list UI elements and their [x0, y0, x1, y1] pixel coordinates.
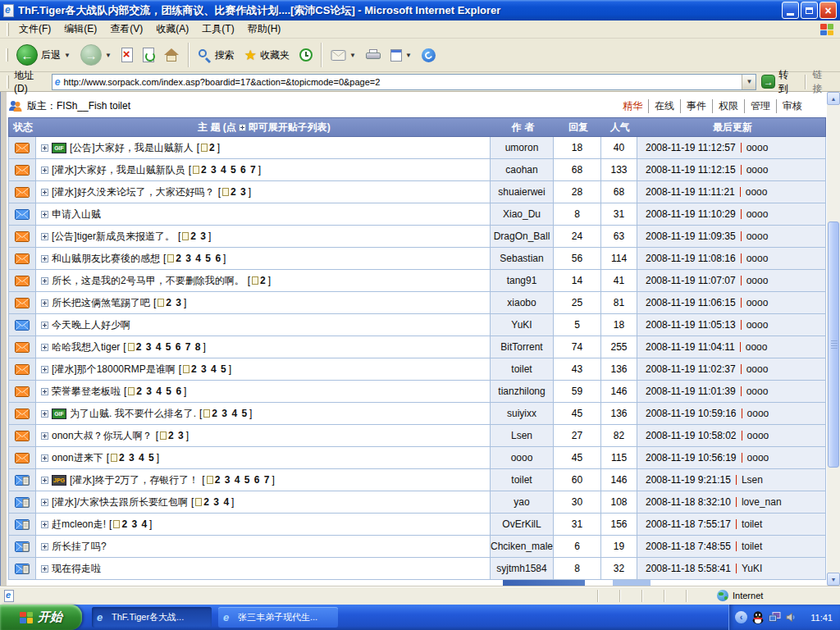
page-number-links[interactable]: 2 3: [231, 186, 247, 198]
page-number-links[interactable]: 2 3 4 5 6 7: [215, 474, 271, 486]
expand-topic-icon[interactable]: [41, 189, 48, 196]
page-number-links[interactable]: 2 3 4 5: [191, 363, 227, 375]
last-replier-link[interactable]: oooo: [746, 275, 769, 286]
topic-title-link[interactable]: 所长挂了吗?: [52, 540, 107, 554]
author-link[interactable]: umoron: [505, 142, 539, 153]
scrollbar-thumb[interactable]: [828, 221, 839, 468]
scroll-down-arrow[interactable]: ▼: [827, 573, 840, 586]
expand-topic-icon[interactable]: [41, 565, 48, 573]
topic-title-link[interactable]: 荣誉攀登老板啦: [52, 385, 121, 399]
page-number-links[interactable]: 2 3 4 5 6 7 8: [136, 341, 202, 353]
go-button[interactable]: → 转到: [756, 73, 802, 91]
topic-title-link[interactable]: [公告]tiger新成员来报道了。: [52, 230, 175, 244]
page-number-links[interactable]: 2 3 4 5 6 7: [201, 164, 257, 176]
refresh-button[interactable]: [138, 40, 159, 70]
page-number-links[interactable]: 2 3 4 5: [212, 408, 248, 419]
restore-button[interactable]: [801, 2, 818, 19]
expand-topic-icon[interactable]: [41, 344, 48, 351]
author-link[interactable]: shuaierwei: [498, 186, 545, 198]
topic-title-link[interactable]: [公告]大家好，我是山贼新人: [70, 141, 194, 155]
tray-collapse-icon[interactable]: ‹: [735, 611, 747, 623]
page-number-links[interactable]: 2 3: [168, 430, 185, 441]
author-link[interactable]: Lsen: [511, 430, 532, 441]
author-link[interactable]: BitTorrent: [500, 341, 542, 353]
author-link[interactable]: toilet: [511, 363, 532, 375]
last-replier-link[interactable]: oooo: [746, 164, 769, 176]
edit-dropdown-icon[interactable]: ▼: [405, 52, 412, 59]
taskbar-task-current[interactable]: ThF.Tiger各大战...: [92, 607, 212, 628]
expand-topic-icon[interactable]: [41, 432, 48, 440]
topic-title-link[interactable]: [灌水]好久没来论坛了，大家还好吗？: [52, 185, 215, 199]
page-number-links[interactable]: 2 3 4: [203, 496, 230, 508]
topic-title-link[interactable]: [灌水]大家好，我是山贼新队员: [52, 163, 185, 177]
expand-topic-icon[interactable]: [41, 233, 48, 240]
expand-topic-icon[interactable]: [41, 277, 48, 285]
last-replier-link[interactable]: oooo: [746, 297, 769, 308]
author-link[interactable]: OvErKilL: [502, 518, 541, 530]
menu-item-edit[interactable]: 编辑(E): [57, 20, 103, 39]
author-link[interactable]: Sebastian: [500, 253, 543, 264]
last-replier-link[interactable]: oooo: [747, 408, 769, 419]
expand-topic-icon[interactable]: [41, 211, 48, 218]
last-replier-link[interactable]: oooo: [746, 363, 769, 375]
back-dropdown-icon[interactable]: ▼: [64, 52, 71, 59]
author-link[interactable]: yao: [514, 496, 529, 508]
qq-penguin-icon[interactable]: [752, 611, 764, 624]
stop-button[interactable]: [116, 40, 138, 70]
history-button[interactable]: [294, 40, 317, 70]
topic-title-link[interactable]: onon大叔？你玩人啊？: [52, 429, 153, 443]
nav-link-online[interactable]: 在线: [648, 99, 680, 113]
expand-topic-icon[interactable]: [41, 521, 48, 528]
menu-item-tools[interactable]: 工具(T): [195, 20, 240, 39]
address-dropdown-button[interactable]: ▼: [742, 75, 756, 89]
vertical-scrollbar[interactable]: ▲ ▼: [827, 92, 840, 586]
page-number-links[interactable]: 2: [260, 275, 267, 286]
last-replier-link[interactable]: oooo: [746, 186, 768, 198]
topic-title-link[interactable]: [灌水]终于2万了，存银行了！: [70, 473, 199, 487]
taskbar-task-other[interactable]: 张三丰弟子现代生...: [218, 607, 338, 628]
menu-item-favorites[interactable]: 收藏(A): [149, 20, 195, 39]
start-button[interactable]: 开始: [0, 605, 82, 630]
last-replier-link[interactable]: oooo: [747, 452, 769, 463]
forward-dropdown-icon[interactable]: ▼: [105, 52, 112, 59]
messenger-button[interactable]: [417, 40, 441, 70]
nav-link-essence[interactable]: 精华: [617, 99, 648, 113]
author-link[interactable]: suiyixx: [507, 408, 536, 419]
topic-title-link[interactable]: 为了山贼. 我不要什么排名了.: [70, 407, 196, 421]
topic-title-link[interactable]: [灌水]/大家快去跟所长要红包啊: [52, 495, 188, 509]
last-replier-link[interactable]: oooo: [746, 319, 769, 331]
menu-item-file[interactable]: 文件(F): [12, 20, 57, 39]
topic-title-link[interactable]: 申请入山贼: [52, 208, 101, 221]
last-replier-link[interactable]: oooo: [746, 341, 768, 353]
page-number-links[interactable]: 2 3 4 5 6: [176, 253, 221, 264]
expand-topic-icon[interactable]: [41, 322, 48, 329]
topic-title-link[interactable]: 现在得走啦: [52, 562, 101, 576]
topic-title-link[interactable]: 哈哈我想入tiger: [52, 340, 120, 354]
author-link[interactable]: caohan: [505, 164, 537, 176]
page-number-links[interactable]: 2 3: [190, 231, 207, 242]
mail-button[interactable]: ▼: [326, 40, 361, 70]
expand-topic-icon[interactable]: [41, 499, 48, 506]
topic-title-link[interactable]: 所长把这俩煞笔踢了吧: [52, 296, 150, 310]
expand-topic-icon[interactable]: [41, 543, 48, 550]
topic-title-link[interactable]: 所长，这是我的2号马甲，不要删除我的啊。: [52, 274, 244, 288]
author-link[interactable]: DragOn_Ball: [494, 231, 550, 242]
last-replier-link[interactable]: oooo: [747, 430, 769, 441]
search-button[interactable]: 搜索: [193, 40, 240, 70]
nav-link-manage[interactable]: 管理: [744, 99, 776, 113]
menu-item-view[interactable]: 查看(V): [103, 20, 149, 39]
menu-item-help[interactable]: 帮助(H): [241, 20, 288, 39]
page-number-links[interactable]: 2 3 4 5 6: [136, 386, 182, 397]
expand-topic-icon[interactable]: [41, 366, 48, 373]
mail-dropdown-icon[interactable]: ▼: [349, 52, 356, 59]
close-button[interactable]: ×: [819, 2, 837, 19]
author-link[interactable]: Chciken_male: [491, 541, 553, 552]
taskbar-clock[interactable]: 11:41: [810, 613, 840, 623]
expand-topic-icon[interactable]: [41, 388, 48, 395]
forward-button[interactable]: → ▼: [75, 40, 116, 70]
topic-title-link[interactable]: 今天晚上人好少啊: [52, 318, 130, 332]
expand-topic-icon[interactable]: [41, 410, 48, 418]
page-number-links[interactable]: 2 3 4 5: [119, 452, 155, 463]
nav-link-events[interactable]: 事件: [680, 99, 712, 113]
expand-topic-icon[interactable]: [41, 144, 48, 152]
